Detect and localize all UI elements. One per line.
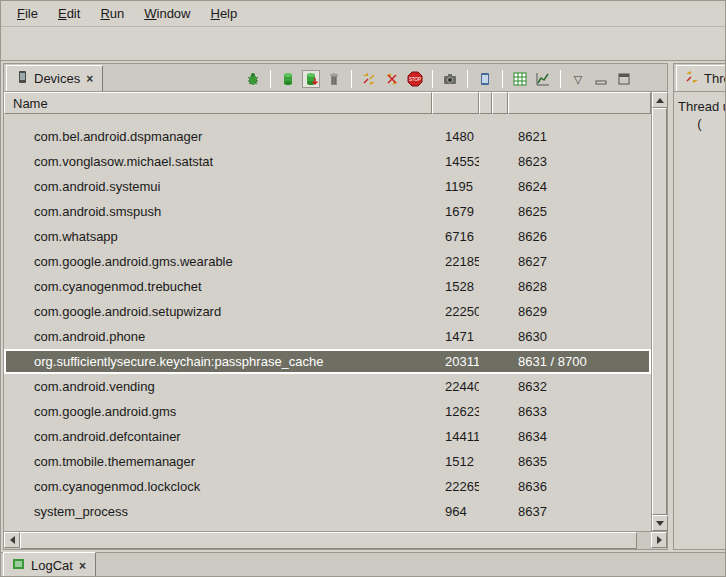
tab-logcat[interactable]: LogCat × (3, 552, 96, 577)
cell-port: 8630 (508, 329, 651, 344)
column-header-name[interactable]: Name (4, 92, 432, 114)
table-row[interactable]: com.android.phone 1471 8630 (4, 324, 651, 349)
table-row[interactable]: com.android.systemui 1195 8624 (4, 174, 651, 199)
threads-icon (685, 70, 699, 87)
logcat-icon (12, 557, 26, 574)
maximize-icon[interactable] (615, 70, 633, 88)
table-row[interactable]: com.android.vending 22440 8632 (4, 374, 651, 399)
cell-name: com.vonglasow.michael.satstat (4, 154, 432, 169)
cell-pid: 1528 (432, 279, 479, 294)
scroll-left-button[interactable] (4, 532, 20, 548)
cell-port: 8621 (508, 129, 651, 144)
minimize-icon[interactable] (592, 70, 610, 88)
threads-message: Thread up ( (674, 92, 725, 138)
vertical-scroll-thumb[interactable] (652, 108, 667, 515)
threads-message-line1: Thread up (678, 98, 721, 115)
cell-name: com.cyanogenmod.lockclock (4, 479, 432, 494)
update-heap-icon[interactable] (279, 70, 297, 88)
screen-capture-icon[interactable] (441, 70, 459, 88)
column-header-b[interactable] (492, 92, 508, 114)
table-row[interactable]: com.whatsapp 6716 8626 (4, 224, 651, 249)
allocation-tracker-icon[interactable] (511, 70, 529, 88)
scroll-right-button[interactable] (651, 532, 667, 548)
device-icon (15, 70, 29, 87)
table-row[interactable]: com.cyanogenmod.trebuchet 1528 8628 (4, 274, 651, 299)
table-row[interactable]: com.vonglasow.michael.satstat 14553 8623 (4, 149, 651, 174)
svg-text:STOP: STOP (409, 77, 421, 82)
update-threads-icon[interactable] (360, 70, 378, 88)
table-row[interactable]: com.google.android.gms 12623 8633 (4, 399, 651, 424)
cell-pid: 12623 (432, 404, 479, 419)
kill-process-icon[interactable]: STOP (406, 70, 424, 88)
table-row[interactable]: com.tmobile.thememanager 1512 8635 (4, 449, 651, 474)
cell-name: com.android.vending (4, 379, 432, 394)
cell-port: 8635 (508, 454, 651, 469)
device-view-icon[interactable] (476, 70, 494, 88)
table-row[interactable]: com.android.defcontainer 14411 8634 (4, 424, 651, 449)
cell-pid: 20311 (432, 354, 479, 369)
network-stats-icon[interactable] (534, 70, 552, 88)
threads-panel: Threads Thread up ( (673, 63, 725, 550)
table-row[interactable]: com.google.android.gms.wearable 22185 86… (4, 249, 651, 274)
table-row[interactable]: org.sufficientlysecure.keychain:passphra… (4, 349, 651, 374)
table-row[interactable]: com.google.android.setupwizard 22250 862… (4, 299, 651, 324)
column-header-a[interactable] (479, 92, 492, 114)
cell-pid: 6716 (432, 229, 479, 244)
cell-pid: 1679 (432, 204, 479, 219)
table-row[interactable]: com.cyanogenmod.lockclock 22265 8636 (4, 474, 651, 499)
cell-port: 8629 (508, 304, 651, 319)
cell-name: com.cyanogenmod.trebuchet (4, 279, 432, 294)
scroll-down-button[interactable] (652, 515, 668, 531)
toolbar-separator (560, 70, 561, 88)
horizontal-scrollbar[interactable] (4, 531, 667, 549)
cell-port: 8634 (508, 429, 651, 444)
table-row[interactable]: com.bel.android.dspmanager 1480 8621 (4, 124, 651, 149)
menu-run[interactable]: Run (90, 2, 134, 25)
vertical-scrollbar[interactable] (651, 92, 667, 531)
bottom-bar: LogCat × (1, 552, 725, 577)
threads-tabbar: Threads (674, 64, 725, 92)
cell-name: com.google.android.gms.wearable (4, 254, 432, 269)
tab-threads[interactable]: Threads (676, 65, 725, 91)
cell-port: 8626 (508, 229, 651, 244)
cell-name: com.tmobile.thememanager (4, 454, 432, 469)
cell-port: 8636 (508, 479, 651, 494)
cell-name: system_process (4, 504, 432, 519)
tab-logcat-close-icon[interactable]: × (78, 559, 87, 573)
cell-pid: 22185 (432, 254, 479, 269)
tab-devices-close-icon[interactable]: × (85, 72, 94, 86)
tab-logcat-label: LogCat (31, 558, 73, 573)
cell-port: 8637 (508, 504, 651, 519)
cell-port: 8628 (508, 279, 651, 294)
debug-attach-icon[interactable] (244, 70, 262, 88)
cell-pid: 964 (432, 504, 479, 519)
table-row[interactable]: com.android.smspush 1679 8625 (4, 199, 651, 224)
column-header-pid[interactable] (432, 92, 479, 114)
cell-name: com.google.android.gms (4, 404, 432, 419)
cell-port: 8627 (508, 254, 651, 269)
devices-tabbar: Devices × (4, 64, 667, 92)
view-menu-icon[interactable]: ▽ (569, 70, 587, 88)
cell-pid: 14553 (432, 154, 479, 169)
device-table-main: Name com.bel.android.dspmanager 1480 862… (4, 92, 651, 531)
toolbar-separator (351, 70, 352, 88)
garbage-collect-icon[interactable] (325, 70, 343, 88)
column-header-port[interactable] (508, 92, 651, 114)
cell-pid: 22265 (432, 479, 479, 494)
dump-hprof-icon[interactable] (302, 70, 320, 88)
scroll-up-button[interactable] (652, 92, 668, 108)
table-row[interactable]: system_process 964 8637 (4, 499, 651, 524)
cell-pid: 1512 (432, 454, 479, 469)
cell-name: com.android.defcontainer (4, 429, 432, 444)
menu-file[interactable]: File (7, 2, 48, 25)
menu-help[interactable]: Help (200, 2, 247, 25)
horizontal-scroll-thumb[interactable] (20, 532, 637, 549)
stop-thread-updates-icon[interactable] (383, 70, 401, 88)
cell-name: com.android.phone (4, 329, 432, 344)
menu-window[interactable]: Window (134, 2, 200, 25)
cell-port: 8623 (508, 154, 651, 169)
cell-port: 8625 (508, 204, 651, 219)
menu-edit[interactable]: Edit (48, 2, 90, 25)
tab-devices[interactable]: Devices × (6, 65, 103, 91)
cell-name: com.bel.android.dspmanager (4, 129, 432, 144)
